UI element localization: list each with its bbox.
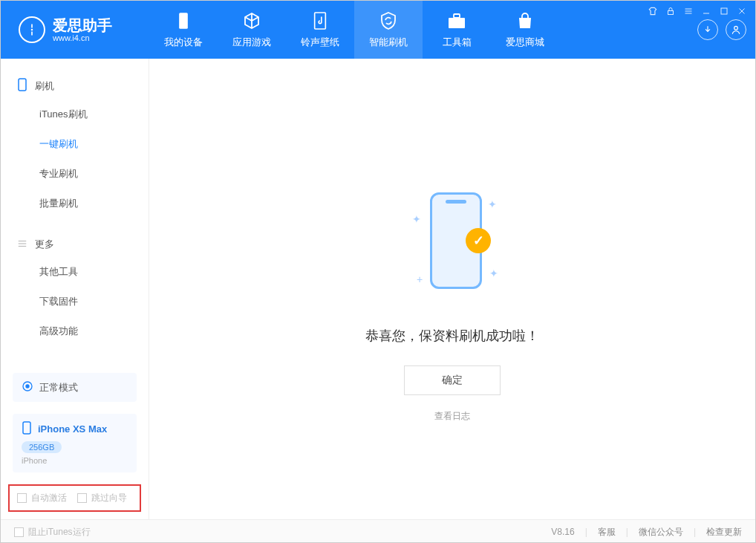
svg-point-13 <box>734 26 738 30</box>
user-button[interactable] <box>726 19 746 40</box>
body-area: 刷机 iTunes刷机 一键刷机 专业刷机 批量刷机 更多 其他工具 下载固件 … <box>1 59 755 519</box>
block-itunes-checkbox[interactable]: 阻止iTunes运行 <box>14 526 91 539</box>
tab-ringtones-wallpapers[interactable]: 铃声壁纸 <box>286 1 354 59</box>
briefcase-icon <box>446 10 467 31</box>
device-type: iPhone <box>22 456 128 465</box>
checkbox-icon <box>17 493 27 503</box>
phone-outline-icon <box>17 78 27 94</box>
mode-card[interactable]: 正常模式 <box>13 373 137 402</box>
checkbox-label: 阻止iTunes运行 <box>28 526 91 539</box>
sidebar-section-more: 更多 <box>1 232 149 257</box>
header-right <box>697 19 746 40</box>
bag-icon <box>515 10 535 31</box>
app-logo-icon <box>19 16 45 43</box>
success-message: 恭喜您，保资料刷机成功啦！ <box>365 327 539 345</box>
footer-link-update[interactable]: 检查更新 <box>706 526 742 539</box>
view-log-link[interactable]: 查看日志 <box>434 410 470 423</box>
checkbox-label: 自动激活 <box>31 492 67 504</box>
phone-icon <box>173 10 194 31</box>
tab-label: 铃声壁纸 <box>301 36 339 49</box>
sidebar-item-advanced[interactable]: 高级功能 <box>1 316 149 346</box>
checkbox-label: 跳过向导 <box>91 492 127 504</box>
sidebar-section-flash: 刷机 <box>1 72 149 100</box>
svg-rect-9 <box>179 13 188 29</box>
mode-label: 正常模式 <box>39 381 78 394</box>
sidebar: 刷机 iTunes刷机 一键刷机 专业刷机 批量刷机 更多 其他工具 下载固件 … <box>1 59 149 519</box>
music-file-icon <box>310 10 330 31</box>
sparkle-icon: ✦ <box>488 198 497 210</box>
download-button[interactable] <box>697 19 718 40</box>
sidebar-item-pro-flash[interactable]: 专业刷机 <box>1 159 149 189</box>
sparkle-icon: + <box>417 273 423 285</box>
section-label: 刷机 <box>35 79 54 93</box>
device-card[interactable]: iPhone XS Max 256GB iPhone <box>13 414 137 472</box>
success-illustration: ✓ ✦ ✦ + ✦ <box>408 192 497 300</box>
tab-label: 爱思商城 <box>506 36 544 49</box>
section-label: 更多 <box>35 238 54 251</box>
skip-guide-checkbox[interactable]: 跳过向导 <box>77 492 127 504</box>
app-name: 爱思助手 <box>53 17 112 33</box>
svg-rect-11 <box>449 18 465 28</box>
sparkle-icon: ✦ <box>412 213 421 225</box>
svg-rect-14 <box>19 79 26 91</box>
svg-point-19 <box>26 385 29 388</box>
main-content: ✓ ✦ ✦ + ✦ 恭喜您，保资料刷机成功啦！ 确定 查看日志 <box>149 59 755 519</box>
footer: 阻止iTunes运行 V8.16 | 客服 | 微信公众号 | 检查更新 <box>1 519 755 543</box>
footer-link-wechat[interactable]: 微信公众号 <box>639 526 683 539</box>
tab-apps-games[interactable]: 应用游戏 <box>218 1 286 59</box>
svg-rect-5 <box>721 8 727 14</box>
sidebar-item-oneclick-flash[interactable]: 一键刷机 <box>1 129 149 159</box>
device-name: iPhone XS Max <box>38 423 107 435</box>
tab-my-device[interactable]: 我的设备 <box>149 1 218 59</box>
ok-button[interactable]: 确定 <box>404 365 501 395</box>
svg-rect-0 <box>668 11 674 15</box>
checkmark-badge-icon: ✓ <box>466 228 491 253</box>
tab-label: 我的设备 <box>164 36 203 49</box>
tab-label: 应用游戏 <box>232 36 271 49</box>
list-icon <box>17 238 27 251</box>
tshirt-icon[interactable] <box>647 5 659 17</box>
svg-point-8 <box>31 29 33 31</box>
footer-link-support[interactable]: 客服 <box>598 526 616 539</box>
maximize-icon[interactable] <box>718 5 730 17</box>
app-url: www.i4.cn <box>53 33 112 42</box>
svg-rect-20 <box>23 422 30 434</box>
mode-icon <box>22 380 33 394</box>
checkbox-icon <box>77 493 87 503</box>
version-label: V8.16 <box>551 527 574 537</box>
tab-label: 智能刷机 <box>369 36 408 49</box>
svg-rect-12 <box>454 14 460 18</box>
auto-activate-checkbox[interactable]: 自动激活 <box>17 492 67 504</box>
window-controls <box>647 5 748 17</box>
tab-aisishop[interactable]: 爱思商城 <box>491 1 559 59</box>
sidebar-item-batch-flash[interactable]: 批量刷机 <box>1 189 149 218</box>
logo-area: 爱思助手 www.i4.cn <box>1 16 149 43</box>
menu-icon[interactable] <box>682 5 694 17</box>
checkbox-icon <box>14 527 24 537</box>
lock-icon[interactable] <box>665 5 677 17</box>
close-icon[interactable] <box>736 5 748 17</box>
sparkle-icon: ✦ <box>489 267 498 279</box>
shield-refresh-icon <box>378 10 399 31</box>
tab-toolbox[interactable]: 工具箱 <box>423 1 491 59</box>
tab-label: 工具箱 <box>443 36 472 49</box>
header: 爱思助手 www.i4.cn 我的设备 应用游戏 铃声壁纸 智能刷机 工具箱 爱… <box>1 1 755 59</box>
nav-tabs: 我的设备 应用游戏 铃声壁纸 智能刷机 工具箱 爱思商城 <box>149 1 559 59</box>
minimize-icon[interactable] <box>700 5 712 17</box>
tab-smart-flash[interactable]: 智能刷机 <box>354 1 423 59</box>
highlighted-options: 自动激活 跳过向导 <box>8 484 141 512</box>
sidebar-item-itunes-flash[interactable]: iTunes刷机 <box>1 100 149 129</box>
cube-icon <box>241 10 262 31</box>
storage-badge: 256GB <box>22 441 62 453</box>
device-icon <box>22 421 32 437</box>
sidebar-item-other-tools[interactable]: 其他工具 <box>1 257 149 287</box>
sidebar-item-download-firmware[interactable]: 下载固件 <box>1 287 149 316</box>
